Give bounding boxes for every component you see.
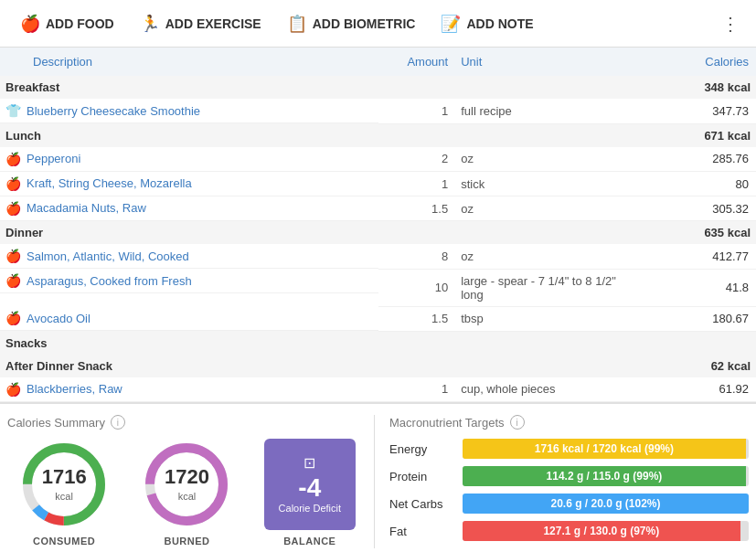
calories-info-icon[interactable]: i [111,415,125,430]
macro-bar-fill: 20.6 g / 20.0 g (102%) [463,494,749,514]
food-unit: full recipe [453,99,643,123]
food-name-cell: 🍎 Blackberries, Raw [0,377,378,402]
add-exercise-button[interactable]: 🏃 ADD EXERCISE [127,0,274,47]
header: 🍎 ADD FOOD 🏃 ADD EXERCISE 📋 ADD BIOMETRI… [0,0,756,48]
apple-icon: 🍎 [5,311,21,325]
meal-header-row: Snacks [0,331,756,355]
food-name[interactable]: Salmon, Atlantic, Wild, Cooked [27,249,189,263]
meal-kcal [643,331,756,355]
macro-bar: 127.1 g / 130.0 g (97%) [463,521,749,541]
food-name-cell: 🍎 Macadamia Nuts, Raw [0,196,378,221]
macro-bar-fill: 127.1 g / 130.0 g (97%) [463,521,740,541]
more-menu-button[interactable]: ⋮ [712,13,749,35]
consumed-unit: kcal [55,491,73,502]
food-name[interactable]: Asparagus, Cooked from Fresh [27,274,192,288]
macro-bars: Energy 1716 kcal / 1720 kcal (99%) Prote… [389,439,749,541]
table-header-row: Description Amount Unit Calories [0,48,756,76]
food-calories: 180.67 [643,306,756,331]
calories-summary-title: Calories Summary i [7,415,367,430]
balance-icon: ⊡ [303,454,315,472]
apple-icon: 🍎 [5,249,21,263]
food-calories: 285.76 [643,147,756,172]
food-name[interactable]: Blackberries, Raw [27,382,122,396]
food-amount: 1 [378,99,454,123]
meal-name: Dinner [0,221,643,245]
food-unit: oz [453,196,643,221]
table-row: 🍎 Pepperoni 2 oz 285.76 [0,147,756,172]
food-name-cell: 🍎 Avocado Oil [0,306,378,331]
meal-kcal: 671 kcal [643,123,756,147]
burned-donut-chart: 1720 kcal [141,439,232,530]
add-food-label: ADD FOOD [46,16,114,31]
food-unit: oz [453,244,643,269]
food-amount: 2 [378,147,454,172]
food-name-cell: 🍎 Asparagus, Cooked from Fresh [0,269,378,293]
burned-donut-center: 1720 kcal [165,465,209,504]
meal-header-row: Dinner 635 kcal [0,221,756,245]
burned-value: 1720 [165,465,209,489]
burned-label: BURNED [164,536,209,547]
balance-value: -4 [298,473,321,503]
table-row: 🍎 Avocado Oil 1.5 tbsp 180.67 [0,306,756,331]
col-calories: Calories [643,48,756,76]
add-biometric-button[interactable]: 📋 ADD BIOMETRIC [274,0,429,47]
food-calories: 347.73 [643,99,756,123]
consumed-label: CONSUMED [33,536,95,547]
food-calories: 80 [643,172,756,196]
food-name[interactable]: Blueberry Cheesecake Smoothie [27,104,200,118]
macro-bar: 1716 kcal / 1720 kcal (99%) [463,439,749,459]
balance-subtitle: Calorie Deficit [279,503,341,515]
add-biometric-label: ADD BIOMETRIC [313,16,416,31]
balance-box: ⊡ -4 Calorie Deficit [264,439,356,530]
food-amount: 1 [378,172,454,196]
macro-summary: Macronutrient Targets i Energy 1716 kcal… [375,415,749,548]
calories-summary: Calories Summary i [7,415,375,548]
col-amount: Amount [378,48,454,76]
food-name-cell: 🍎 Kraft, String Cheese, Mozarella [0,172,378,196]
consumed-value: 1716 [42,465,87,489]
macro-info-icon[interactable]: i [510,415,525,430]
col-unit: Unit [453,48,643,76]
apple-icon: 🍎 [5,152,21,166]
add-exercise-label: ADD EXERCISE [165,16,261,31]
meal-name: Snacks [0,331,643,355]
burned-donut: 1720 kcal BURNED [141,439,232,547]
macro-bar-fill: 1716 kcal / 1720 kcal (99%) [463,439,746,459]
food-name[interactable]: Avocado Oil [27,312,91,325]
macro-name: Net Carbs [389,497,455,511]
food-name[interactable]: Pepperoni [27,152,80,165]
macro-row: Energy 1716 kcal / 1720 kcal (99%) [389,439,749,459]
burned-unit: kcal [178,491,197,502]
macro-bar: 20.6 g / 20.0 g (102%) [463,494,749,514]
food-unit: stick [453,172,643,196]
food-calories: 61.92 [643,377,756,402]
balance-wrap: ⊡ -4 Calorie Deficit BALANCE [264,439,356,547]
apple-icon: 🍎 [5,273,21,288]
apple-icon: 🍎 [5,382,21,397]
macro-summary-title: Macronutrient Targets i [389,415,749,430]
food-amount: 10 [378,269,454,306]
balance-label: BALANCE [283,536,335,547]
col-description: Description [0,48,378,76]
macro-name: Protein [389,470,455,483]
food-name[interactable]: Macadamia Nuts, Raw [27,201,146,215]
add-note-button[interactable]: 📝 ADD NOTE [428,0,546,47]
meal-name: After Dinner Snack [0,355,643,377]
run-icon: 🏃 [140,14,160,34]
consumed-donut-chart: 1716 kcal [18,439,110,530]
apple-icon: 🍎 [5,176,21,191]
macro-bar-fill: 114.2 g / 115.0 g (99%) [463,466,746,486]
food-name[interactable]: Kraft, String Cheese, Mozarella [27,176,192,190]
meal-header-row: Breakfast 348 kcal [0,76,756,99]
macro-name: Fat [389,525,455,538]
food-amount: 1.5 [378,306,454,331]
donut-row: 1716 kcal CONSUMED 1720 kcal [7,439,367,547]
food-unit: cup, whole pieces [453,377,643,402]
food-log-table: Description Amount Unit Calories Breakfa… [0,48,756,402]
food-amount: 1.5 [378,196,454,221]
meal-header-row: Lunch 671 kcal [0,123,756,147]
meal-header-row: After Dinner Snack 62 kcal [0,355,756,377]
table-row: 🍎 Kraft, String Cheese, Mozarella 1 stic… [0,172,756,196]
table-row: 🍎 Macadamia Nuts, Raw 1.5 oz 305.32 [0,196,756,221]
add-food-button[interactable]: 🍎 ADD FOOD [7,0,127,47]
